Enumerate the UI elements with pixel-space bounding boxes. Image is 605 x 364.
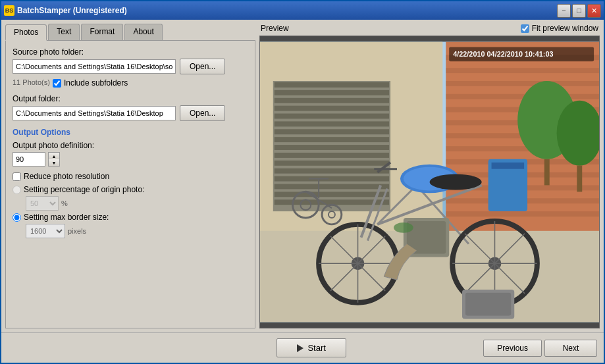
photo-count-and-subfolders: 11 Photo(s) Include subfolders — [13, 77, 248, 89]
percentage-radio-row: Setting percentage of origin photo: — [13, 185, 248, 194]
output-folder-group: Output folder: Open... — [13, 94, 248, 121]
fit-preview-checkbox[interactable] — [521, 24, 529, 33]
tab-format[interactable]: Format — [81, 24, 123, 40]
main-window: BS BatchStamper (Unregistered) − □ ✕ Pho… — [0, 0, 605, 364]
tab-bar: Photos Text Format About — [5, 24, 255, 41]
main-content: Photos Text Format About Source photo fo… — [1, 20, 604, 332]
source-folder-row: Open... — [13, 59, 248, 74]
start-button[interactable]: Start — [276, 338, 346, 357]
svg-rect-5 — [275, 82, 389, 88]
svg-rect-45 — [577, 166, 582, 192]
svg-rect-13 — [275, 145, 389, 150]
window-title: BatchStamper (Unregistered) — [17, 6, 557, 15]
include-subfolders-label: Include subfolders — [64, 78, 128, 88]
include-subfolders-checkbox[interactable] — [53, 79, 61, 88]
percentage-unit: % — [61, 199, 68, 207]
svg-rect-17 — [275, 176, 389, 182]
svg-rect-23 — [446, 68, 599, 73]
svg-rect-11 — [275, 129, 389, 134]
percentage-input-row: 50 % — [26, 196, 248, 211]
output-def-row: ▲ ▼ — [13, 152, 248, 167]
titlebar: BS BatchStamper (Unregistered) − □ ✕ — [1, 1, 604, 20]
next-button[interactable]: Next — [544, 340, 597, 357]
svg-rect-14 — [275, 153, 389, 158]
svg-rect-9 — [275, 114, 389, 119]
preview-svg: 4/22/2010 04/22/2010 10:41:03 — [260, 36, 599, 328]
svg-rect-15 — [275, 161, 389, 166]
output-folder-label: Output folder: — [13, 94, 248, 103]
output-options-section: Output Options Output photo definition: … — [13, 128, 248, 238]
svg-rect-6 — [275, 90, 389, 95]
svg-rect-24 — [446, 81, 599, 86]
svg-point-74 — [394, 222, 413, 233]
close-button[interactable]: ✕ — [587, 4, 601, 18]
tab-about[interactable]: About — [124, 24, 162, 40]
output-folder-row: Open... — [13, 105, 248, 121]
right-panel: Preview Fit preview window — [259, 24, 600, 328]
spinner-down[interactable]: ▼ — [49, 159, 59, 166]
max-border-radio[interactable] — [13, 213, 21, 222]
reduce-resolution-label: Reduce photo resolution — [24, 172, 109, 181]
bottom-bar: Start Previous Next — [1, 332, 604, 363]
fit-preview-row: Fit preview window — [521, 24, 598, 33]
svg-rect-8 — [275, 106, 389, 111]
svg-rect-34 — [446, 211, 599, 217]
svg-point-53 — [430, 174, 482, 190]
open-output-button[interactable]: Open... — [180, 105, 225, 121]
open-source-button[interactable]: Open... — [180, 59, 225, 74]
photos-tab-content: Source photo folder: Open... 11 Photo(s)… — [5, 41, 255, 328]
svg-rect-19 — [275, 192, 389, 197]
play-icon — [297, 344, 303, 352]
svg-rect-47 — [492, 163, 525, 169]
tab-text[interactable]: Text — [48, 24, 80, 40]
spinner-arrows: ▲ ▼ — [48, 152, 60, 167]
svg-rect-18 — [275, 184, 389, 189]
percentage-select[interactable]: 50 — [26, 196, 59, 211]
output-photo-def-input[interactable] — [13, 152, 45, 167]
output-options-label: Output Options — [13, 128, 248, 137]
resolution-options: Setting percentage of origin photo: 50 %… — [13, 185, 248, 238]
svg-rect-10 — [275, 121, 389, 126]
start-label: Start — [307, 343, 325, 353]
photo-count: 11 Photo(s) — [13, 78, 50, 86]
svg-rect-12 — [275, 137, 389, 142]
preview-image-area: 4/22/2010 04/22/2010 10:41:03 — [259, 36, 600, 328]
source-folder-label: Source photo folder: — [13, 47, 248, 57]
window-controls: − □ ✕ — [557, 4, 601, 18]
svg-text:4/22/2010  04/22/2010  10:41:0: 4/22/2010 04/22/2010 10:41:03 — [453, 50, 553, 58]
percentage-radio[interactable] — [13, 186, 21, 194]
svg-rect-73 — [465, 293, 511, 316]
percentage-label: Setting percentage of origin photo: — [24, 185, 144, 194]
spinner-up[interactable]: ▲ — [49, 153, 59, 159]
fit-preview-label: Fit preview window — [532, 24, 598, 33]
restore-button[interactable]: □ — [572, 4, 586, 18]
app-icon: BS — [4, 5, 14, 16]
svg-rect-7 — [275, 98, 389, 103]
preview-header: Preview Fit preview window — [259, 24, 600, 33]
nav-buttons: Previous Next — [483, 340, 597, 357]
svg-rect-16 — [275, 169, 389, 174]
minimize-button[interactable]: − — [557, 4, 571, 18]
tab-photos[interactable]: Photos — [5, 24, 47, 41]
output-folder-input[interactable] — [13, 106, 176, 120]
svg-rect-25 — [446, 94, 599, 99]
svg-rect-43 — [544, 159, 550, 186]
reduce-resolution-checkbox[interactable] — [13, 172, 21, 181]
pixels-unit: pixels — [68, 227, 86, 235]
max-border-input-row: 1600 pixels — [26, 224, 248, 238]
reduce-resolution-row: Reduce photo resolution — [13, 172, 248, 181]
preview-label: Preview — [261, 24, 289, 33]
bottom-center: Start — [140, 338, 483, 357]
previous-button[interactable]: Previous — [483, 340, 542, 357]
source-folder-input[interactable] — [13, 59, 176, 74]
max-border-radio-row: Setting max border size: — [13, 213, 248, 222]
max-border-label: Setting max border size: — [24, 213, 109, 222]
left-panel: Photos Text Format About Source photo fo… — [5, 24, 255, 328]
output-photo-def-label: Output photo definition: — [13, 141, 248, 150]
max-border-select[interactable]: 1600 — [26, 224, 65, 238]
source-folder-group: Source photo folder: Open... 11 Photo(s)… — [13, 47, 248, 89]
